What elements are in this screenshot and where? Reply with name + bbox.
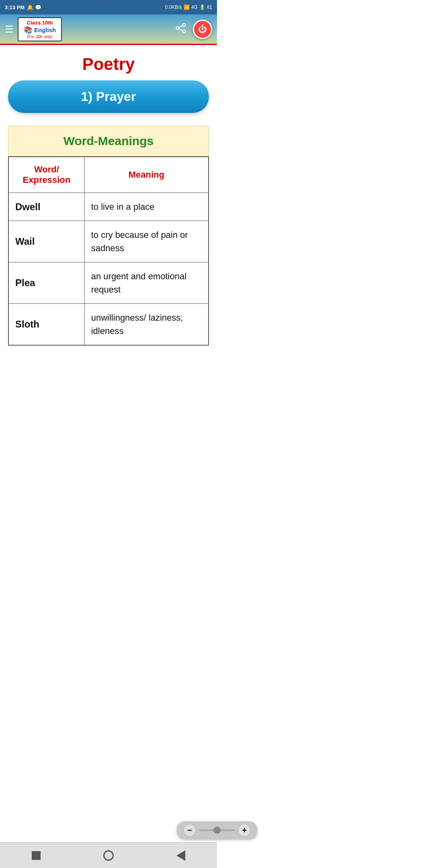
svg-line-3 xyxy=(179,25,182,27)
meaning-cell: to cry because of pain or sadness xyxy=(84,221,209,262)
svg-point-1 xyxy=(176,27,179,29)
signal-icon: 📶 xyxy=(184,4,190,10)
power-button[interactable]: ⏻ xyxy=(193,20,212,39)
col-meaning-header: Meaning xyxy=(84,157,209,193)
network-type: 4G xyxy=(191,4,198,10)
hamburger-menu[interactable]: ☰ xyxy=(5,24,14,35)
col-word-header: Word/ Expression xyxy=(8,157,84,193)
logo-note: (For J&K only) xyxy=(27,35,53,39)
battery-level: 81 xyxy=(207,4,212,10)
app-bar: ☰ Class 10th 📚 English (For J&K only) ⏻ xyxy=(0,14,217,45)
status-right: 0.0KB/s 📶 4G 🔋 81 xyxy=(165,4,212,10)
word-cell: Sloth xyxy=(8,304,84,346)
meanings-table: Word/ Expression Meaning Dwell to live i… xyxy=(8,156,209,346)
app-logo: Class 10th 📚 English (For J&K only) xyxy=(18,17,62,41)
word-meanings-title: Word-Meanings xyxy=(8,134,209,148)
logo-class: Class 10th xyxy=(27,20,53,26)
meaning-cell: to live in a place xyxy=(84,193,209,221)
word-cell: Wail xyxy=(8,221,84,262)
logo-subject: English xyxy=(34,27,56,33)
battery-icon: 🔋 xyxy=(199,4,205,10)
table-header-row: Word/ Expression Meaning xyxy=(8,157,209,193)
main-content: Poetry 1) Prayer Word-Meanings Word/ Exp… xyxy=(0,45,217,346)
meaning-cell: unwillingness/ laziness; idleness xyxy=(84,304,209,346)
table-row: Sloth unwillingness/ laziness; idleness xyxy=(8,304,209,346)
word-meanings-header: Word-Meanings xyxy=(8,126,209,156)
network-speed: 0.0KB/s xyxy=(165,4,182,10)
table-row: Wail to cry because of pain or sadness xyxy=(8,221,209,262)
meaning-cell: an urgent and emotional request xyxy=(84,262,209,304)
word-cell: Plea xyxy=(8,262,84,304)
section-title: Poetry xyxy=(8,45,209,80)
notification-icons: 🔔 💬 xyxy=(27,4,41,10)
logo-book-icon: 📚 xyxy=(24,26,33,35)
meanings-table-wrapper: Word/ Expression Meaning Dwell to live i… xyxy=(8,156,209,346)
share-button[interactable] xyxy=(175,23,186,36)
power-icon: ⏻ xyxy=(198,24,207,35)
svg-point-0 xyxy=(183,23,186,26)
table-row: Dwell to live in a place xyxy=(8,193,209,221)
table-row: Plea an urgent and emotional request xyxy=(8,262,209,304)
status-time: 3:13 PM 🔔 💬 xyxy=(5,4,41,10)
poem-title-button[interactable]: 1) Prayer xyxy=(8,80,209,113)
word-cell: Dwell xyxy=(8,193,84,221)
app-bar-actions: ⏻ xyxy=(175,20,212,39)
status-bar: 3:13 PM 🔔 💬 0.0KB/s 📶 4G 🔋 81 xyxy=(0,0,217,14)
svg-line-4 xyxy=(179,29,182,31)
svg-point-2 xyxy=(183,30,186,33)
